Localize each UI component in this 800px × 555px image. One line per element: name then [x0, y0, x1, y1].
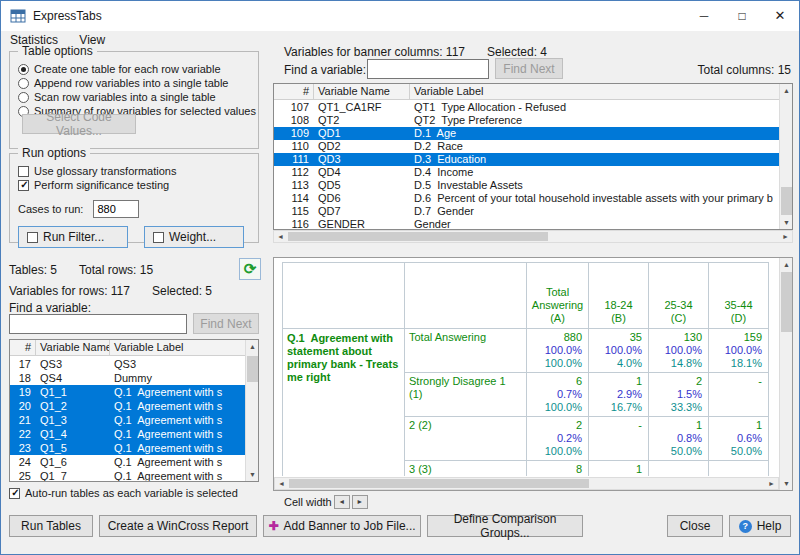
- select-code-values-button[interactable]: Select Code Values...: [22, 114, 136, 134]
- preview-data-cell: 159100.0%18.1%: [709, 329, 769, 373]
- variable-row[interactable]: 112QD4D.4 Income: [274, 166, 779, 179]
- expresstabs-window: ExpressTabs ─ □ ✕ Statistics View Table …: [0, 0, 800, 555]
- variable-row[interactable]: 108QT2QT2 Type Preference: [274, 114, 779, 127]
- banner-horizontal-scrollbar[interactable]: ◄ ►: [273, 230, 793, 243]
- scroll-thumb[interactable]: [247, 356, 258, 382]
- variable-row[interactable]: 24Q1_6Q.1 Agreement with s: [10, 455, 245, 469]
- run-option-checkbox[interactable]: Use glossary transformations: [18, 164, 258, 178]
- preview-column-header: 25-34(C): [649, 263, 709, 329]
- refresh-tables-button[interactable]: ⟳: [239, 258, 261, 280]
- variable-row[interactable]: 23Q1_5Q.1 Agreement with s: [10, 441, 245, 455]
- weight-checkbox[interactable]: [153, 232, 164, 243]
- scroll-thumb[interactable]: [289, 479, 589, 488]
- column-header-variable-name[interactable]: Variable Name: [314, 84, 410, 99]
- preview-vertical-scrollbar[interactable]: ▲ ▼: [779, 258, 792, 490]
- close-button[interactable]: Close: [667, 515, 723, 537]
- autorun-option[interactable]: Auto-run tables as each variable is sele…: [9, 487, 238, 499]
- run-option-checkbox[interactable]: Perform significance testing: [18, 178, 258, 192]
- cell-width-label: Cell width: [284, 496, 332, 508]
- column-header-number[interactable]: #: [274, 84, 314, 99]
- rows-find-input[interactable]: [9, 314, 187, 334]
- column-header-variable-name[interactable]: Variable Name: [36, 340, 110, 355]
- preview-blank-cell: [283, 263, 405, 329]
- scroll-up-icon[interactable]: ▲: [780, 258, 793, 271]
- variable-row[interactable]: 113QD5D.5 Investable Assets: [274, 179, 779, 192]
- variable-row[interactable]: 22Q1_4Q.1 Agreement with s: [10, 427, 245, 441]
- checkbox-label: Perform significance testing: [34, 179, 169, 191]
- scroll-left-icon[interactable]: ◄: [275, 478, 288, 489]
- scroll-up-icon[interactable]: ▲: [780, 84, 793, 97]
- scroll-down-icon[interactable]: ▼: [246, 468, 259, 481]
- cell-width-increase-button[interactable]: ►: [352, 495, 368, 509]
- scroll-down-icon[interactable]: ▼: [780, 216, 793, 229]
- variable-row[interactable]: 107QT1_CA1RFQT1 Type Allocation - Refuse…: [274, 101, 779, 114]
- scroll-thumb[interactable]: [288, 232, 548, 241]
- scroll-left-icon[interactable]: ◄: [274, 231, 287, 242]
- rows-vertical-scrollbar[interactable]: ▲ ▼: [245, 340, 258, 481]
- variable-row[interactable]: 115QD7D.7 Gender: [274, 205, 779, 218]
- tables-count: Tables: 5: [9, 263, 57, 277]
- scroll-up-icon[interactable]: ▲: [246, 340, 259, 353]
- scroll-right-icon[interactable]: ►: [779, 231, 792, 242]
- column-header-variable-label[interactable]: Variable Label: [110, 340, 258, 355]
- variable-cell: QD6: [314, 192, 410, 205]
- variable-row[interactable]: 111QD3D.3 Education: [274, 153, 779, 166]
- variable-row[interactable]: 110QD2D.2 Race: [274, 140, 779, 153]
- run-tables-button[interactable]: Run Tables: [9, 515, 93, 537]
- weight-button[interactable]: Weight...: [144, 226, 244, 248]
- define-comparison-groups-button[interactable]: Define Comparison Groups...: [427, 515, 583, 537]
- variable-cell: Q.1 Agreement with s: [110, 399, 245, 413]
- variable-cell: QT2: [314, 114, 410, 127]
- run-options-checkboxes: Use glossary transformationsPerform sign…: [10, 164, 258, 192]
- variable-row[interactable]: 18QS4Dummy: [10, 371, 245, 385]
- preview-horizontal-scrollbar[interactable]: ◄ ►: [274, 477, 779, 490]
- table-option-radio[interactable]: Create one table for each row variable: [18, 62, 258, 76]
- banner-find-input[interactable]: [367, 59, 489, 79]
- variable-cell: 108: [274, 114, 314, 127]
- variable-row[interactable]: 21Q1_3Q.1 Agreement with s: [10, 413, 245, 427]
- rows-find-next-button[interactable]: Find Next: [193, 313, 259, 334]
- minimize-button[interactable]: ─: [685, 1, 723, 31]
- create-wincross-report-button[interactable]: Create a WinCross Report: [99, 515, 257, 537]
- preview-data-cell: [649, 461, 709, 477]
- cases-to-run-input[interactable]: [93, 200, 139, 218]
- scroll-down-icon[interactable]: ▼: [780, 477, 793, 490]
- rows-variable-list: 17QS3QS318QS4Dummy19Q1_1Q.1 Agreement wi…: [10, 357, 245, 481]
- variable-row[interactable]: 25Q1_7Q.1 Agreement with s: [10, 469, 245, 481]
- variable-row[interactable]: 17QS3QS3: [10, 357, 245, 371]
- table-option-radio[interactable]: Scan row variables into a single table: [18, 90, 258, 104]
- variable-row[interactable]: 116GENDERGender: [274, 218, 779, 229]
- column-header-variable-label[interactable]: Variable Label: [410, 84, 792, 99]
- preview-data-cell: -: [709, 373, 769, 417]
- add-banner-button[interactable]: ✚ Add Banner to Job File...: [263, 515, 421, 537]
- variable-row[interactable]: 20Q1_2Q.1 Agreement with s: [10, 399, 245, 413]
- banner-find-next-button[interactable]: Find Next: [495, 58, 563, 79]
- variable-row[interactable]: 19Q1_1Q.1 Agreement with s: [10, 385, 245, 399]
- preview-column-header: TotalAnswering(A): [527, 263, 589, 329]
- run-filter-checkbox[interactable]: [27, 232, 38, 243]
- run-filter-button[interactable]: Run Filter...: [18, 226, 128, 248]
- variable-cell: 23: [10, 441, 36, 455]
- variable-cell: 20: [10, 399, 36, 413]
- column-header-number[interactable]: #: [10, 340, 36, 355]
- variable-cell: D.6 Percent of your total household inve…: [410, 192, 779, 205]
- variable-cell: 115: [274, 205, 314, 218]
- variable-cell: QD2: [314, 140, 410, 153]
- scroll-right-icon[interactable]: ►: [765, 478, 778, 489]
- help-button[interactable]: ? Help: [729, 515, 791, 537]
- banner-vertical-scrollbar[interactable]: ▲ ▼: [779, 84, 792, 229]
- banner-table-header: # Variable Name Variable Label: [274, 84, 792, 100]
- run-options-title: Run options: [18, 146, 90, 160]
- variable-row[interactable]: 109QD1D.1 Age: [274, 127, 779, 140]
- variable-cell: Q1_3: [36, 413, 110, 427]
- variable-cell: D.3 Education: [410, 153, 779, 166]
- scroll-thumb[interactable]: [781, 272, 792, 332]
- table-option-radio[interactable]: Append row variables into a single table: [18, 76, 258, 90]
- radio-icon: [18, 92, 29, 103]
- variable-row[interactable]: 114QD6D.6 Percent of your total househol…: [274, 192, 779, 205]
- cell-width-decrease-button[interactable]: ◄: [334, 495, 350, 509]
- scroll-thumb[interactable]: [781, 187, 792, 215]
- autorun-checkbox[interactable]: [9, 488, 20, 499]
- maximize-button[interactable]: □: [723, 1, 761, 31]
- close-icon[interactable]: ✕: [761, 1, 799, 31]
